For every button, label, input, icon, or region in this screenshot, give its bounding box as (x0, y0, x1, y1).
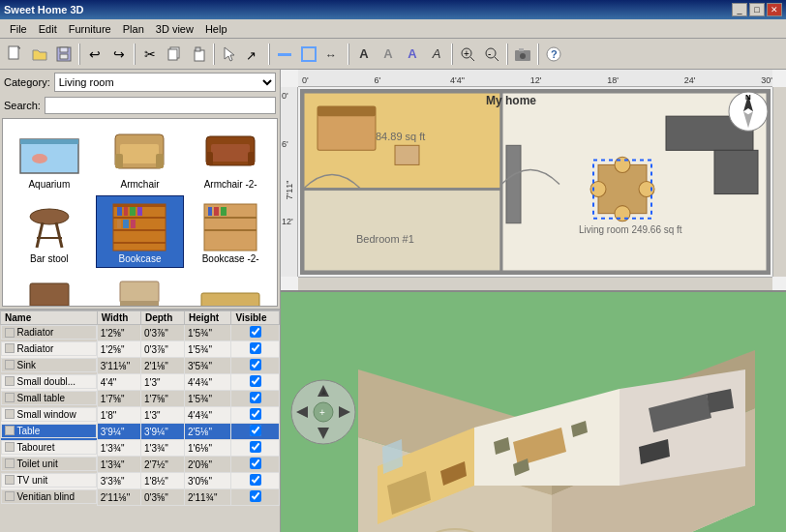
menu-3dview[interactable]: 3D view (150, 21, 199, 37)
menu-edit[interactable]: Edit (33, 21, 63, 37)
furniture-item-coffeetable[interactable]: Coffee table (186, 270, 275, 307)
cell-width: 1'7⅝" (97, 391, 140, 407)
furniture-item-chair2[interactable]: Chair -2- (96, 270, 185, 307)
svg-marker-108 (620, 369, 745, 486)
cell-visible[interactable] (231, 325, 280, 341)
table-row[interactable]: Radiator1'2⅝"0'3⅞"1'5¾" (1, 341, 280, 358)
cell-width: 1'8" (97, 407, 140, 424)
table-row[interactable]: Small doubl...4'4"1'3"4'4¾" (1, 374, 280, 391)
furniture-item-armchair2[interactable]: Armchair -2- (186, 121, 275, 193)
armchair2-thumb (196, 125, 264, 178)
cell-width: 1'2⅝" (97, 325, 140, 341)
svg-rect-85 (317, 106, 376, 116)
wall-tool[interactable] (273, 43, 296, 66)
col-depth[interactable]: Depth (140, 311, 184, 325)
save-button[interactable] (52, 43, 76, 66)
cell-visible[interactable] (231, 358, 280, 374)
room-tool[interactable] (297, 43, 320, 66)
furniture-item-aquarium[interactable]: Aquarium (5, 121, 94, 193)
cell-visible[interactable] (231, 457, 280, 473)
category-select[interactable]: Living room Bedroom Kitchen Bathroom (54, 73, 276, 92)
cell-height: 1'5¾" (185, 341, 231, 358)
cell-height: 2'5⅛" (185, 424, 231, 440)
close-button[interactable]: ✕ (767, 3, 782, 16)
table-row[interactable]: Sink3'11⅛"2'1⅛"3'5¾" (1, 358, 280, 374)
help-button[interactable]: ? (542, 43, 565, 66)
table-row[interactable]: TV unit3'3⅜"1'8½"3'0⅝" (1, 473, 280, 489)
col-visible[interactable]: Visible (231, 311, 280, 325)
cell-width: 3'11⅛" (97, 358, 140, 374)
dimension-tool[interactable]: ↔ (321, 43, 345, 66)
cell-visible[interactable] (231, 407, 280, 424)
camera-button[interactable] (511, 43, 534, 66)
table-row[interactable]: Table3'9¼"3'9¼"2'5⅛" (1, 424, 280, 440)
paste-button[interactable] (187, 43, 210, 66)
menu-help[interactable]: Help (199, 21, 233, 37)
menu-file[interactable]: File (4, 21, 33, 37)
cell-visible[interactable] (231, 489, 280, 506)
floor-plan-hscroll[interactable] (298, 277, 772, 290)
floor-plan-canvas[interactable]: 84.89 sq ft Bedroom #1 Living room 249.6… (298, 87, 772, 277)
col-width[interactable]: Width (97, 311, 140, 325)
col-height[interactable]: Height (185, 311, 231, 325)
menu-plan[interactable]: Plan (117, 21, 150, 37)
table-row[interactable]: Small table1'7⅝"1'7⅝"1'5¾" (1, 391, 280, 407)
aquarium-label: Aquarium (28, 179, 70, 190)
text-a2[interactable]: A (377, 43, 400, 66)
floor-plan[interactable]: 0' 6' 4'4" 12' 18' 24' 30' 0' 6' 7'11" 1… (281, 70, 786, 292)
properties-table: Name Width Depth Height Visible Radiator… (0, 310, 280, 506)
redo-button[interactable]: ↪ (107, 43, 131, 66)
furniture-item-bookcase[interactable]: Bookcase (96, 195, 185, 268)
cell-visible[interactable] (231, 391, 280, 407)
bookcase2-label: Bookcase -2- (202, 253, 259, 264)
cell-name: Tabouret (1, 440, 97, 455)
chair2-thumb (106, 274, 173, 307)
minimize-button[interactable]: _ (732, 3, 747, 16)
table-row[interactable]: Venitian blind2'11⅛"0'3⅝"2'11¾" (1, 489, 280, 506)
svg-line-39 (56, 222, 62, 248)
open-button[interactable] (28, 43, 51, 66)
new-button[interactable] (4, 43, 27, 66)
furniture-item-bookcase2[interactable]: Bookcase -2- (186, 195, 275, 268)
cut-button[interactable]: ✂ (138, 43, 162, 66)
cell-visible[interactable] (231, 440, 280, 457)
table-row[interactable]: Toilet unit1'3¾"2'7½"2'0⅜" (1, 457, 280, 473)
view-3d[interactable]: + ▲ (281, 292, 786, 532)
floor-plan-vscroll[interactable] (772, 87, 786, 277)
toolbar-sep-7 (506, 44, 508, 65)
coffeetable-thumb (196, 274, 264, 307)
cell-visible[interactable] (231, 341, 280, 358)
furniture-item-chair[interactable]: Chair (5, 270, 94, 307)
menu-furniture[interactable]: Furniture (63, 21, 117, 37)
pan-tool[interactable]: ↗ (242, 43, 265, 66)
copy-button[interactable] (163, 43, 186, 66)
svg-rect-94 (506, 145, 521, 222)
nav-control[interactable]: + ▲ (290, 379, 356, 445)
cell-visible[interactable] (231, 424, 280, 440)
ruler-left: 0' 6' 7'11" 12' (281, 87, 298, 277)
text-a4[interactable]: A (425, 43, 448, 66)
furniture-item-barstool[interactable]: Bar stool (5, 195, 94, 268)
furniture-item-armchair[interactable]: Armchair (96, 121, 185, 193)
undo-button[interactable]: ↩ (83, 43, 106, 66)
cell-name: Venitian blind (1, 489, 97, 504)
ruler-top: 0' 6' 4'4" 12' 18' 24' 30' (298, 70, 772, 87)
svg-rect-57 (214, 207, 219, 216)
cell-width: 1'2⅝" (97, 341, 140, 358)
table-row[interactable]: Radiator1'2⅝"0'3⅞"1'5¾" (1, 325, 280, 341)
cell-visible[interactable] (231, 374, 280, 391)
zoom-out-button[interactable]: - (480, 43, 503, 66)
text-a1[interactable]: A (352, 43, 376, 66)
cell-visible[interactable] (231, 473, 280, 489)
menu-bar: File Edit Furniture Plan 3D view Help (0, 19, 786, 39)
maximize-button[interactable]: □ (749, 3, 765, 16)
ruler-left-6: 6' (281, 139, 297, 149)
col-name[interactable]: Name (1, 311, 98, 325)
text-a3[interactable]: A (401, 43, 424, 66)
table-row[interactable]: Small window1'8"1'3"4'4¾" (1, 407, 280, 424)
search-input[interactable] (45, 97, 276, 114)
table-row[interactable]: Tabouret1'3¾"1'3¾"1'6⅛" (1, 440, 280, 457)
zoom-in-button[interactable]: + (456, 43, 479, 66)
svg-rect-60 (30, 305, 69, 307)
select-tool[interactable] (218, 43, 241, 66)
